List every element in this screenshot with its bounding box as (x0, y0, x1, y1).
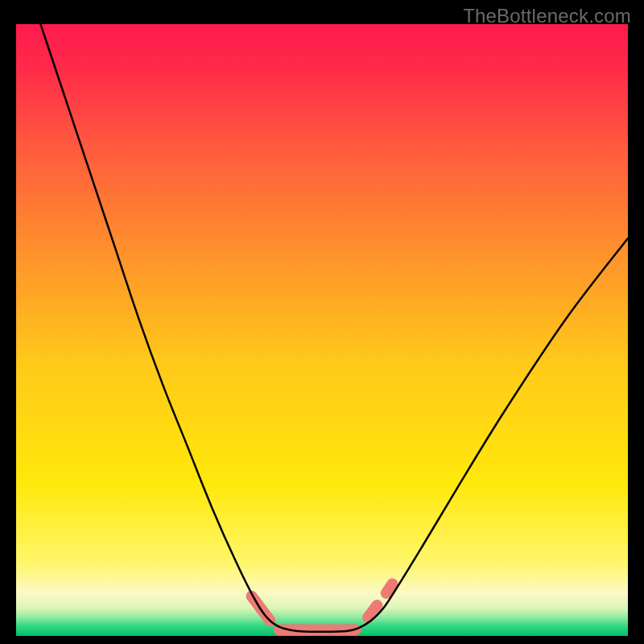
gradient-background (16, 24, 628, 636)
chart-canvas: TheBottleneck.com (0, 0, 644, 644)
watermark-text: TheBottleneck.com (463, 5, 631, 27)
chart-svg (0, 0, 644, 644)
highlight-segment (386, 584, 393, 592)
